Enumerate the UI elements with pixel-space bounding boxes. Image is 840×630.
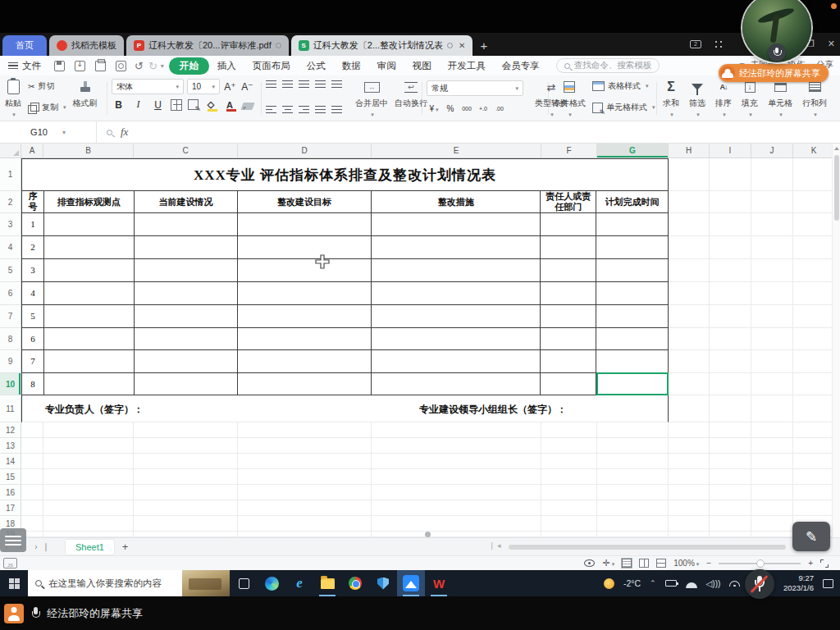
serial-cell[interactable]: 5 [22, 305, 44, 328]
justify-icon[interactable] [315, 106, 326, 113]
sheet-grid[interactable]: ABCDEFGHIJK12345678910111213141516171819… [0, 144, 840, 537]
paste-button[interactable]: 粘贴 [5, 79, 21, 118]
vscroll-thumb[interactable] [834, 155, 839, 221]
table-cell[interactable] [238, 282, 372, 305]
table-header-cell[interactable]: 整改建设目标 [238, 191, 372, 213]
column-header-A[interactable]: A [21, 144, 43, 158]
serial-cell[interactable]: 8 [22, 373, 44, 395]
zoom-slider[interactable] [719, 563, 801, 564]
view-page-break-icon[interactable] [656, 559, 666, 568]
bold-button[interactable]: B [112, 99, 126, 111]
news-widget-thumbnail[interactable] [182, 570, 230, 596]
file-explorer-button[interactable] [313, 570, 341, 596]
table-cell[interactable] [135, 236, 239, 259]
row-header-6[interactable]: 6 [0, 282, 21, 305]
table-cell[interactable] [44, 259, 135, 282]
scroll-up-icon[interactable] [834, 147, 839, 150]
task-view-button[interactable] [230, 570, 258, 596]
network-icon[interactable] [729, 581, 740, 587]
format-painter-button[interactable]: 格式刷 [73, 79, 98, 118]
increase-decimal-icon[interactable]: +.0 [476, 106, 491, 112]
menu-item-home[interactable]: 开始 [169, 57, 209, 75]
table-cell[interactable] [135, 305, 239, 328]
split-view-icon[interactable]: 2 [690, 40, 701, 48]
shading-icon[interactable] [188, 99, 199, 110]
table-cell[interactable] [238, 213, 372, 236]
percent-format-icon[interactable]: % [443, 104, 458, 113]
undo-icon[interactable]: ↺ [135, 60, 144, 72]
menu-item-insert[interactable]: 插入 [209, 58, 244, 74]
column-header-G[interactable]: G [597, 144, 669, 158]
apps-grid-icon[interactable] [714, 40, 723, 48]
table-cell[interactable] [372, 350, 541, 373]
table-cell[interactable] [541, 373, 596, 395]
table-cell[interactable] [238, 259, 372, 282]
close-tab-icon[interactable]: ✕ [459, 41, 465, 50]
serial-cell[interactable]: 2 [22, 236, 44, 259]
column-header-D[interactable]: D [238, 144, 372, 158]
merge-center-button[interactable]: ↔ 合并居中 [355, 79, 388, 118]
battery-icon[interactable] [665, 580, 677, 587]
grow-font-button[interactable]: A⁺ [223, 81, 237, 93]
sheet-tab-sheet1[interactable]: Sheet1 [66, 540, 114, 555]
align-left-icon[interactable] [266, 106, 276, 113]
sum-button[interactable]: Σ 求和 [663, 79, 679, 118]
decrease-indent-icon[interactable] [315, 80, 326, 88]
serial-cell[interactable]: 3 [22, 259, 44, 282]
table-cell[interactable] [541, 305, 596, 328]
wrap-text-button[interactable]: ↩ 自动换行 [395, 79, 427, 118]
row-header-13[interactable]: 13 [0, 438, 21, 454]
table-cell[interactable] [372, 305, 541, 328]
menu-item-page-layout[interactable]: 页面布局 [244, 58, 299, 74]
js-macro-icon[interactable]: JS [3, 558, 17, 568]
table-cell[interactable] [372, 236, 541, 259]
cut-button[interactable]: ✂剪切 [28, 80, 66, 92]
table-cell[interactable] [135, 373, 239, 395]
row-header-3[interactable]: 3 [0, 213, 21, 236]
distribute-icon[interactable] [331, 106, 342, 113]
italic-button[interactable]: I [131, 98, 145, 111]
table-cell[interactable] [135, 259, 239, 282]
weather-icon[interactable] [604, 578, 614, 589]
wps-button[interactable]: W [425, 570, 453, 596]
tab-home[interactable]: 首页 [2, 35, 47, 56]
view-page-layout-icon[interactable] [639, 559, 649, 568]
borders-icon[interactable] [171, 99, 182, 111]
row-header-5[interactable]: 5 [0, 259, 21, 282]
table-cell[interactable] [596, 328, 668, 350]
table-cell[interactable] [596, 259, 668, 282]
zoom-slider-handle[interactable] [756, 559, 765, 568]
table-cell[interactable] [596, 213, 668, 236]
column-header-H[interactable]: H [669, 144, 710, 158]
underline-button[interactable]: U [151, 99, 165, 111]
insert-function-icon[interactable]: fx [121, 126, 128, 139]
selected-cell-G10[interactable] [596, 372, 669, 395]
row-header-8[interactable]: 8 [0, 328, 21, 350]
row-header-2[interactable]: 2 [0, 191, 21, 213]
table-cell[interactable] [238, 236, 372, 259]
vertical-scrollbar[interactable] [832, 144, 840, 537]
align-bottom-icon[interactable] [299, 80, 309, 88]
table-cell[interactable] [135, 328, 239, 350]
save-icon[interactable] [54, 61, 65, 71]
decrease-decimal-icon[interactable]: .00 [492, 106, 507, 112]
font-size-select[interactable]: 10 [187, 79, 220, 94]
conditional-format-button[interactable]: 条件格式 [553, 79, 586, 118]
table-cell[interactable] [372, 259, 541, 282]
table-header-cell[interactable]: 责任人或责任部门 [541, 191, 596, 213]
table-cell[interactable] [238, 305, 372, 328]
serial-cell[interactable]: 4 [22, 282, 44, 305]
start-button[interactable] [0, 570, 28, 596]
row-header-9[interactable]: 9 [0, 350, 21, 373]
table-header-cell[interactable]: 整改措施 [372, 191, 541, 213]
table-header-cell[interactable]: 排查指标观测点 [44, 191, 135, 213]
clock[interactable]: 9:27 2023/1/6 [783, 573, 814, 593]
sort-button[interactable]: A↓ 排序 [715, 79, 732, 118]
fullscreen-icon[interactable] [820, 559, 829, 568]
table-cell[interactable] [44, 373, 135, 395]
horizontal-scrollbar[interactable] [509, 545, 786, 550]
font-name-select[interactable]: 宋体 [112, 79, 184, 94]
table-header-cell[interactable]: 序号 [22, 191, 44, 213]
table-cell[interactable] [238, 350, 372, 373]
more-actions-chevron-icon[interactable]: ▾ [161, 62, 164, 70]
